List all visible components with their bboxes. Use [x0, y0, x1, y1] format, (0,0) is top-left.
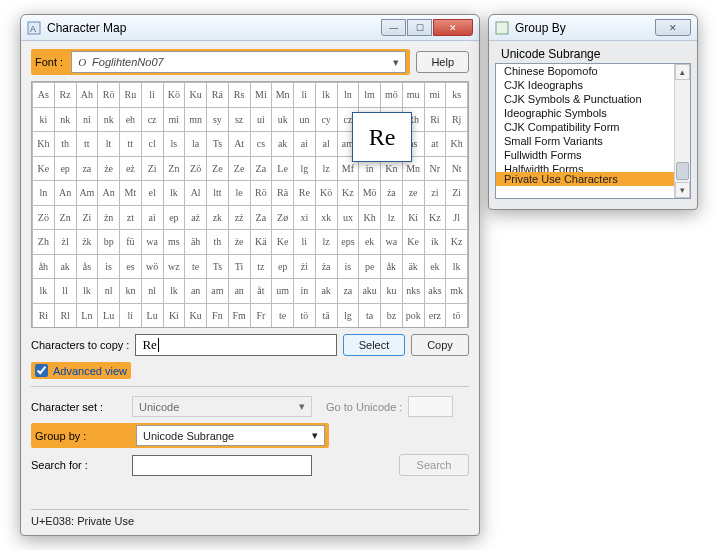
char-cell[interactable]: el	[141, 181, 163, 206]
char-cell[interactable]: Ri	[33, 303, 55, 328]
goto-unicode-input[interactable]	[408, 396, 453, 417]
char-cell[interactable]: wa	[381, 230, 403, 255]
char-cell[interactable]: Rj	[446, 107, 468, 132]
char-cell[interactable]: Le	[272, 156, 294, 181]
char-cell[interactable]: Kh	[446, 132, 468, 157]
char-cell[interactable]: in	[294, 279, 316, 304]
scrollbar[interactable]: ▴ ▾	[674, 64, 690, 198]
char-cell[interactable]: Zi	[446, 181, 468, 206]
char-cell[interactable]: la	[185, 132, 207, 157]
char-cell[interactable]: erz	[424, 303, 446, 328]
char-cell[interactable]: Mt	[120, 181, 142, 206]
char-cell[interactable]: xi	[294, 205, 316, 230]
char-cell[interactable]: zż	[228, 205, 250, 230]
char-cell[interactable]: at	[424, 132, 446, 157]
char-cell[interactable]: mk	[446, 279, 468, 304]
char-cell[interactable]: Kz	[424, 205, 446, 230]
list-item[interactable]: CJK Symbols & Punctuation	[496, 92, 690, 106]
char-cell[interactable]: ln	[33, 181, 55, 206]
char-cell[interactable]: Zn	[54, 205, 76, 230]
char-cell[interactable]: ai	[141, 205, 163, 230]
char-cell[interactable]: bp	[98, 230, 120, 255]
char-cell[interactable]: ln	[337, 83, 359, 108]
char-cell[interactable]: Kö	[315, 181, 337, 206]
char-cell[interactable]: Am	[76, 181, 98, 206]
char-cell[interactable]: lk	[315, 83, 337, 108]
char-cell[interactable]: Rä	[272, 181, 294, 206]
char-cell[interactable]: cl	[141, 132, 163, 157]
char-cell[interactable]: lk	[446, 254, 468, 279]
char-cell[interactable]: Zö	[185, 156, 207, 181]
char-cell[interactable]: mi	[424, 83, 446, 108]
char-cell[interactable]: lk	[76, 279, 98, 304]
char-cell[interactable]: żk	[76, 230, 98, 255]
char-cell[interactable]: nl	[98, 279, 120, 304]
char-cell[interactable]: pe	[359, 254, 381, 279]
char-cell[interactable]: Zø	[272, 205, 294, 230]
char-cell[interactable]: th	[54, 132, 76, 157]
char-cell[interactable]: cz	[141, 107, 163, 132]
char-cell[interactable]: ku	[381, 279, 403, 304]
char-cell[interactable]: Zi	[76, 205, 98, 230]
char-cell[interactable]: an	[185, 279, 207, 304]
char-cell[interactable]: wö	[141, 254, 163, 279]
char-cell[interactable]: un	[294, 107, 316, 132]
char-cell[interactable]: li	[141, 83, 163, 108]
char-cell[interactable]: ep	[272, 254, 294, 279]
char-cell[interactable]: Fn	[207, 303, 229, 328]
char-cell[interactable]: Ke	[33, 156, 55, 181]
char-cell[interactable]: Kö	[163, 83, 185, 108]
char-cell[interactable]: lz	[381, 205, 403, 230]
char-cell[interactable]: ep	[163, 205, 185, 230]
char-cell[interactable]: ik	[424, 230, 446, 255]
char-cell[interactable]: Ki	[163, 303, 185, 328]
char-cell[interactable]: Ke	[402, 230, 424, 255]
char-cell[interactable]: At	[228, 132, 250, 157]
char-cell[interactable]: Ku	[185, 83, 207, 108]
char-cell[interactable]: th	[207, 230, 229, 255]
char-cell[interactable]: żl	[54, 230, 76, 255]
char-cell[interactable]: ll	[54, 279, 76, 304]
char-cell[interactable]: Rö	[250, 181, 272, 206]
char-cell[interactable]: Zh	[33, 230, 55, 255]
char-cell[interactable]: An	[54, 181, 76, 206]
character-grid[interactable]: AsRzAhRöRuliKöKuRáRsMiMnlilklnlmmömumiks…	[31, 81, 469, 328]
char-cell[interactable]: åt	[250, 279, 272, 304]
char-cell[interactable]: eh	[120, 107, 142, 132]
char-cell[interactable]: Nt	[446, 156, 468, 181]
char-cell[interactable]: An	[98, 181, 120, 206]
char-cell[interactable]: Mö	[359, 181, 381, 206]
char-cell[interactable]: Za	[250, 205, 272, 230]
list-item[interactable]: CJK Ideographs	[496, 78, 690, 92]
char-cell[interactable]: wa	[141, 230, 163, 255]
help-button[interactable]: Help	[416, 51, 469, 73]
list-item[interactable]: Small Form Variants	[496, 134, 690, 148]
char-cell[interactable]: eż	[120, 156, 142, 181]
char-cell[interactable]: pok	[402, 303, 424, 328]
minimize-button[interactable]: —	[381, 19, 406, 36]
char-cell[interactable]: nl	[141, 279, 163, 304]
font-select[interactable]: OFoglihtenNo07 ▾	[71, 51, 406, 73]
char-cell[interactable]: Nr	[424, 156, 446, 181]
char-cell[interactable]: tō	[446, 303, 468, 328]
char-cell[interactable]: że	[228, 230, 250, 255]
char-cell[interactable]: Rö	[98, 83, 120, 108]
char-cell[interactable]: kn	[120, 279, 142, 304]
char-cell[interactable]: ki	[33, 107, 55, 132]
close-button[interactable]: ✕	[655, 19, 691, 36]
char-cell[interactable]: Kh	[33, 132, 55, 157]
char-cell[interactable]: ltt	[207, 181, 229, 206]
char-cell[interactable]: ls	[163, 132, 185, 157]
char-cell[interactable]: mi	[163, 107, 185, 132]
char-cell[interactable]: Rá	[207, 83, 229, 108]
list-item[interactable]: Ideographic Symbols	[496, 106, 690, 120]
char-cell[interactable]: äk	[402, 254, 424, 279]
char-cell[interactable]: ze	[402, 181, 424, 206]
char-cell[interactable]: xk	[315, 205, 337, 230]
char-cell[interactable]: Ki	[402, 205, 424, 230]
char-cell[interactable]: ai	[294, 132, 316, 157]
char-cell[interactable]: is	[337, 254, 359, 279]
char-cell[interactable]: Rl	[54, 303, 76, 328]
char-cell[interactable]: tt	[120, 132, 142, 157]
copy-input[interactable]: Re	[135, 334, 337, 356]
